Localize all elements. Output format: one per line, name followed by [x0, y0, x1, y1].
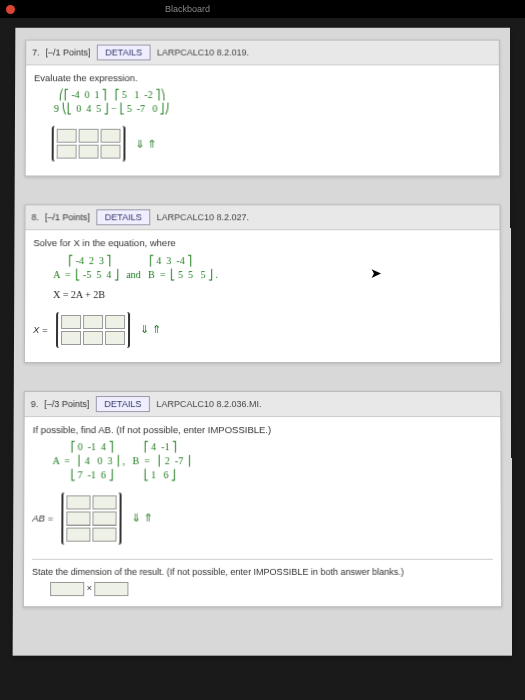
matrix-cell[interactable] — [83, 315, 103, 329]
dimension-prompt: State the dimension of the result. (If n… — [32, 567, 404, 577]
expand-arrows-icon[interactable]: ⇓ ⇑ — [140, 322, 161, 337]
matrix-cell[interactable] — [79, 145, 99, 159]
result-label: AB = — [32, 512, 53, 525]
expression: ⎡ 0 -1 4 ⎤ ⎡ 4 -1 ⎤ A = ⎢ 4 0 3 ⎥ , B = … — [52, 440, 472, 482]
question-number: 8. — [31, 213, 39, 223]
question-8: 8. [–/1 Points] DETAILS LARPCALC10 8.2.0… — [24, 205, 501, 363]
matrix-cell[interactable] — [66, 495, 90, 509]
dimension-separator: × — [87, 584, 92, 594]
answer-matrix: ⇓ ⇑ — [52, 126, 157, 162]
matrix-cell[interactable] — [79, 129, 99, 143]
matrix-cell[interactable] — [92, 511, 116, 525]
problem-code: LARPCALC10 8.2.036.MI. — [156, 399, 261, 409]
matrix-cell[interactable] — [92, 527, 116, 541]
question-header: 7. [–/1 Points] DETAILS LARPCALC10 8.2.0… — [26, 41, 499, 66]
question-number: 9. — [31, 399, 39, 409]
prompt-text: Solve for X in the equation, where — [33, 237, 491, 250]
expression: ⎛⎡ -4 0 1 ⎤ ⎡ 5 1 -2 ⎤⎞ 9 ⎝⎣ 0 4 5 ⎦ − ⎣… — [54, 88, 471, 116]
question-9: 9. [–/3 Points] DETAILS LARPCALC10 8.2.0… — [23, 391, 502, 608]
matrix-cell[interactable] — [92, 495, 116, 509]
prompt-text: If possible, find AB. (If not possible, … — [33, 423, 493, 436]
matrix-cell[interactable] — [57, 145, 77, 159]
details-button[interactable]: DETAILS — [96, 45, 151, 61]
cursor-icon: ➤ — [370, 265, 382, 281]
dimension-input[interactable] — [50, 582, 84, 596]
matrix-cell[interactable] — [105, 315, 125, 329]
matrix-cell[interactable] — [66, 527, 90, 541]
matrix-cell[interactable] — [61, 331, 81, 345]
expand-arrows-icon[interactable]: ⇓ ⇑ — [131, 511, 152, 526]
app-title: Blackboard — [165, 4, 210, 14]
problem-code: LARPCALC10 8.2.027. — [157, 213, 249, 223]
question-7: 7. [–/1 Points] DETAILS LARPCALC10 8.2.0… — [25, 40, 501, 177]
points-label: [–/1 Points] — [45, 213, 90, 223]
question-header: 8. [–/1 Points] DETAILS LARPCALC10 8.2.0… — [25, 206, 499, 231]
expand-arrows-icon[interactable]: ⇓ ⇑ — [135, 136, 156, 151]
matrix-cell[interactable] — [57, 129, 77, 143]
matrix-cell[interactable] — [66, 511, 90, 525]
question-header: 9. [–/3 Points] DETAILS LARPCALC10 8.2.0… — [25, 392, 501, 417]
expression: ⎡ -4 2 3 ⎤ ⎡ 4 3 -4 ⎤ A = ⎣ -5 5 4 ⎦ and… — [53, 254, 472, 282]
question-number: 7. — [32, 48, 40, 58]
result-label: X = — [33, 323, 48, 336]
points-label: [–/1 Points] — [46, 48, 91, 58]
matrix-cell[interactable] — [101, 129, 121, 143]
close-icon[interactable] — [6, 5, 15, 14]
problem-code: LARPCALC10 8.2.019. — [157, 48, 249, 58]
details-button[interactable]: DETAILS — [95, 396, 150, 412]
matrix-cell[interactable] — [101, 145, 121, 159]
dimension-input[interactable] — [95, 582, 129, 596]
top-bar: Blackboard — [0, 0, 525, 18]
matrix-cell[interactable] — [105, 331, 125, 345]
dimension-section: State the dimension of the result. (If n… — [32, 559, 493, 597]
matrix-cell[interactable] — [83, 331, 103, 345]
prompt-text: Evaluate the expression. — [34, 71, 491, 84]
points-label: [–/3 Points] — [44, 399, 89, 409]
details-button[interactable]: DETAILS — [96, 210, 151, 226]
equation: X = 2A + 2B — [53, 288, 472, 302]
page-content: 7. [–/1 Points] DETAILS LARPCALC10 8.2.0… — [13, 28, 513, 656]
matrix-cell[interactable] — [61, 315, 81, 329]
